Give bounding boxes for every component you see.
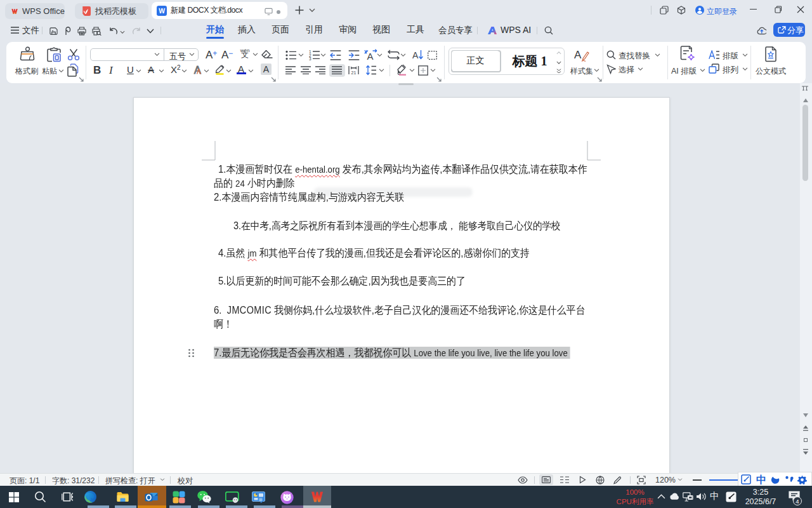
svg-text:A: A — [194, 65, 201, 76]
svg-text:A: A — [574, 49, 582, 61]
svg-text:21: 21 — [351, 70, 357, 75]
svg-text:3: 3 — [309, 57, 311, 60]
svg-text:A: A — [367, 51, 374, 61]
svg-text:A: A — [412, 50, 419, 60]
